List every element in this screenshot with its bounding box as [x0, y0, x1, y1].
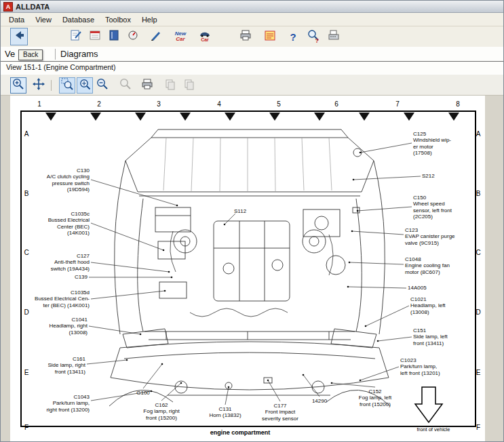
pen-icon	[149, 28, 163, 45]
help-button[interactable]: ?	[284, 28, 302, 45]
menu-item-view[interactable]: View	[30, 14, 57, 25]
leader-line	[225, 214, 235, 224]
schedule-button[interactable]	[86, 28, 104, 45]
diagram-canvas[interactable]: 12345678AABBCCDDEEFF	[10, 96, 485, 442]
leader-line	[91, 180, 177, 205]
grid-column-label: 4	[217, 100, 221, 108]
leader-endpoint	[267, 380, 269, 382]
leader-line	[349, 262, 404, 264]
print-button[interactable]	[237, 28, 254, 45]
context-help-button[interactable]: ?	[305, 28, 322, 45]
copy-icon	[182, 77, 196, 94]
app-icon: A	[3, 2, 13, 12]
car-icon: Car	[199, 31, 211, 42]
fax-button[interactable]	[325, 28, 343, 45]
leader-endpoint	[176, 205, 178, 207]
grid-row-label: E	[24, 369, 29, 376]
engine-compartment-diagram: 12345678AABBCCDDEEFF	[10, 96, 485, 442]
window-title: ALLDATA	[16, 3, 50, 11]
menu-item-toolbox[interactable]: Toolbox	[100, 14, 136, 25]
notes-button[interactable]	[261, 28, 279, 45]
front-of-vehicle-arrow	[415, 387, 442, 422]
zoom-out-button[interactable]	[94, 77, 111, 94]
leader-line	[366, 306, 409, 326]
view-title-row: View 151-1 (Engine Compartment)	[1, 62, 503, 74]
new-car-button[interactable]: New Car	[172, 28, 189, 45]
leader-line	[303, 375, 319, 397]
leader-line	[91, 291, 165, 299]
zoom-dynamic-icon	[78, 77, 92, 94]
leader-endpoint	[377, 340, 379, 342]
printer-icon	[140, 77, 154, 94]
leader-endpoint	[161, 363, 163, 365]
gauge-icon	[126, 28, 140, 45]
grid-triangle-marker	[448, 113, 459, 121]
grid-triangle-marker	[90, 113, 101, 121]
grid-row-label: D	[24, 308, 28, 316]
leader-endpoint	[357, 210, 359, 212]
leader-endpoint	[163, 249, 165, 252]
leader-line	[91, 391, 151, 401]
grid-triangle-marker	[359, 113, 370, 121]
fax-icon	[327, 28, 341, 45]
back-tooltip: Back	[18, 49, 43, 60]
leader-endpoint	[360, 380, 362, 382]
grid-column-label: 2	[97, 100, 101, 108]
grid-row-label: C	[24, 249, 28, 256]
zoom-dynamic-button[interactable]	[77, 77, 93, 94]
copy-previous-button[interactable]	[162, 77, 178, 94]
tab-diagrams[interactable]: Diagrams	[60, 49, 98, 59]
grid-triangle-marker	[404, 113, 414, 121]
grid-row-label: F	[24, 424, 28, 431]
new-car-icon: New Car	[175, 31, 186, 42]
menu-item-help[interactable]: Help	[136, 14, 163, 25]
calendar-icon	[88, 28, 102, 45]
pan-button[interactable]	[31, 77, 47, 94]
vehicle-report-button[interactable]	[67, 28, 85, 45]
title-bar[interactable]: A ALLDATA	[1, 1, 503, 13]
grid-row-label: A	[24, 130, 29, 138]
document-edit-icon	[69, 28, 83, 45]
grid-column-label: 3	[157, 100, 161, 108]
main-toolbar: New Car Car ? ?	[1, 26, 503, 47]
content-area: 12345678AABBCCDDEEFF	[1, 96, 503, 442]
copy-next-button[interactable]	[181, 77, 197, 94]
gauges-button[interactable]	[124, 28, 142, 45]
specifications-button[interactable]	[105, 28, 123, 45]
leader-endpoint	[303, 374, 305, 376]
back-arrow-icon	[12, 28, 26, 45]
front-of-vehicle-label: front of vehicle	[417, 426, 450, 433]
zoom-extents-button[interactable]	[117, 77, 134, 94]
grid-column-label: 5	[277, 100, 281, 108]
leader-line	[378, 337, 412, 341]
back-button[interactable]	[10, 28, 28, 45]
menu-item-database[interactable]: Database	[57, 14, 100, 25]
zoom-in-button[interactable]	[10, 77, 26, 94]
search-help-icon: ?	[307, 28, 320, 45]
menu-item-data[interactable]: Data	[3, 14, 30, 25]
grid-row-label: D	[476, 308, 480, 316]
zoom-window-button[interactable]	[59, 77, 75, 94]
grid-triangle-marker	[225, 113, 235, 121]
car-select-button[interactable]: Car	[196, 28, 214, 45]
notes-edit-button[interactable]	[147, 28, 165, 45]
grid-triangle-marker	[45, 113, 56, 121]
leader-endpoint	[353, 179, 355, 181]
grid-column-label: 8	[456, 100, 460, 108]
tab-vehicle-partial[interactable]: Ve	[5, 49, 15, 59]
pan-icon	[32, 77, 45, 94]
zoom-in-icon	[12, 77, 25, 94]
leader-endpoint	[168, 271, 170, 273]
diagram-caption: engine compartment	[210, 429, 271, 436]
view-title: View 151-1 (Engine Compartment)	[6, 63, 115, 71]
tab-divider	[55, 49, 56, 60]
leader-line	[91, 262, 169, 272]
help-icon: ?	[290, 31, 296, 43]
print-diagram-button[interactable]	[139, 77, 155, 94]
leader-line	[89, 326, 140, 334]
leader-line	[91, 223, 163, 250]
grid-triangle-marker	[269, 113, 280, 121]
grid-row-label: C	[476, 249, 480, 256]
leader-endpoint	[331, 382, 333, 384]
grid-row-label: B	[24, 190, 29, 197]
